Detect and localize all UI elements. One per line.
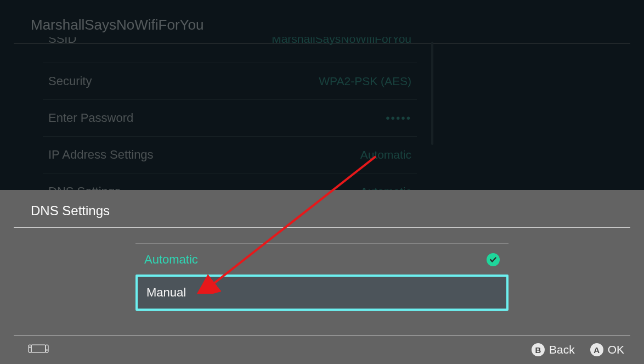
svg-point-4 <box>47 350 48 351</box>
row-label: IP Address Settings <box>48 148 154 162</box>
b-button-icon: B <box>532 343 545 356</box>
settings-row-ip[interactable]: IP Address Settings Automatic <box>43 137 417 173</box>
option-label: Automatic <box>144 253 198 267</box>
settings-list: SSID MarshallSaysNoWifiForYou Security W… <box>43 37 417 210</box>
controller-icon <box>27 343 49 357</box>
svg-rect-1 <box>29 345 31 352</box>
option-label: Manual <box>146 285 186 300</box>
dns-options-list: Automatic Manual <box>135 243 509 311</box>
row-label: Enter Password <box>48 111 133 125</box>
settings-row-security[interactable]: Security WPA2-PSK (AES) <box>43 63 417 100</box>
row-value: WPA2-PSK (AES) <box>319 75 411 88</box>
row-label: SSID <box>48 37 76 46</box>
settings-row-ssid[interactable]: SSID MarshallSaysNoWifiForYou <box>43 37 417 63</box>
hint-label: OK <box>608 343 624 356</box>
hint-ok[interactable]: A OK <box>590 343 624 356</box>
row-label: Security <box>48 74 92 88</box>
settings-row-password[interactable]: Enter Password ••••• <box>43 100 417 137</box>
row-value: MarshallSaysNoWifiForYou <box>272 37 411 46</box>
hint-back[interactable]: B Back <box>532 343 575 356</box>
button-hints: B Back A OK <box>532 343 624 356</box>
check-icon <box>487 253 500 266</box>
a-button-icon: A <box>590 343 603 356</box>
scrollbar[interactable] <box>431 42 433 145</box>
dns-option-automatic[interactable]: Automatic <box>135 243 509 276</box>
dns-option-manual[interactable]: Manual <box>135 275 509 311</box>
dns-settings-overlay: DNS Settings Automatic Manual <box>0 190 644 364</box>
bottom-bar: B Back A OK <box>0 335 644 364</box>
svg-point-3 <box>30 347 31 348</box>
svg-rect-0 <box>31 345 46 352</box>
overlay-divider <box>14 227 630 228</box>
svg-rect-2 <box>46 345 48 352</box>
overlay-title: DNS Settings <box>0 190 644 227</box>
hint-label: Back <box>549 343 575 356</box>
row-value: Automatic <box>360 148 411 161</box>
row-value: ••••• <box>386 111 411 125</box>
